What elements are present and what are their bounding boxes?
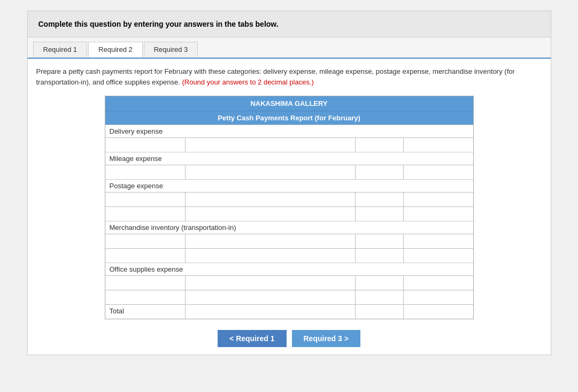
delivery-cell-c1 — [356, 138, 404, 152]
postage-input-b1[interactable] — [186, 193, 355, 206]
office-input-b2[interactable] — [186, 290, 355, 304]
mileage-input-d1[interactable] — [404, 165, 473, 179]
postage-input-c1[interactable] — [356, 193, 403, 206]
merchandise-cell-c2 — [356, 249, 404, 263]
merchandise-input-b1[interactable] — [186, 234, 355, 248]
postage-input-a2[interactable] — [105, 207, 185, 221]
office-input-a1[interactable] — [105, 276, 185, 290]
office-cell-d2 — [404, 290, 473, 304]
merchandise-cell-d1 — [404, 234, 473, 248]
delivery-input-d1[interactable] — [404, 138, 473, 152]
office-cell-c2 — [356, 290, 404, 304]
postage-cell-d1 — [404, 193, 473, 206]
bottom-nav: < Required 1 Required 3 > — [36, 330, 542, 347]
instruction-banner: Complete this question by entering your … — [27, 11, 551, 37]
mileage-input-b1[interactable] — [186, 165, 355, 179]
merchandise-cell-c1 — [356, 234, 404, 248]
tab-required2[interactable]: Required 2 — [88, 42, 143, 57]
merchandise-cell-a2 — [105, 249, 186, 263]
postage-input-b2[interactable] — [186, 207, 355, 221]
merchandise-cell-d2 — [404, 249, 473, 263]
report-company-name: NAKASHIMA GALLERY — [105, 96, 473, 111]
postage-cell-b1 — [186, 193, 356, 206]
mileage-cell-c1 — [356, 165, 404, 179]
mileage-cell-b1 — [186, 165, 356, 179]
postage-cell-d2 — [404, 207, 473, 221]
delivery-cell-a1 — [105, 138, 186, 152]
office-input-c1[interactable] — [356, 276, 403, 290]
tab-required3[interactable]: Required 3 — [144, 42, 198, 57]
total-value-cell — [356, 305, 404, 319]
office-cell-d1 — [404, 276, 473, 290]
next-button[interactable]: Required 3 > — [292, 330, 360, 347]
office-label: Office supplies expense — [105, 263, 473, 275]
mileage-cell-a1 — [105, 165, 186, 179]
postage-label: Postage expense — [105, 179, 473, 192]
postage-cell-c1 — [356, 193, 404, 206]
total-final-cell — [404, 305, 473, 319]
office-input-c2[interactable] — [356, 290, 403, 304]
postage-cell-a1 — [105, 193, 186, 206]
merchandise-input-c1[interactable] — [356, 234, 403, 248]
merchandise-cell-b2 — [186, 249, 356, 263]
delivery-cell-d1 — [404, 138, 473, 152]
report-title: Petty Cash Payments Report (for February… — [105, 111, 473, 125]
postage-input-d2[interactable] — [404, 207, 473, 221]
mileage-cell-d1 — [404, 165, 473, 179]
merchandise-input-d1[interactable] — [404, 234, 473, 248]
merchandise-input-a1[interactable] — [105, 234, 185, 248]
office-row-1 — [105, 275, 473, 290]
prev-button[interactable]: < Required 1 — [218, 330, 286, 347]
content-area: Prepare a petty cash payments report for… — [27, 58, 551, 355]
mileage-row-1 — [105, 165, 473, 179]
delivery-label: Delivery expense — [105, 125, 473, 137]
delivery-cell-b1 — [186, 138, 356, 152]
merchandise-row-2 — [105, 248, 473, 263]
tabs-row: Required 1 Required 2 Required 3 — [27, 37, 551, 58]
delivery-input-c1[interactable] — [356, 138, 403, 152]
office-row-2 — [105, 290, 473, 304]
office-cell-a2 — [105, 290, 186, 304]
office-cell-b2 — [186, 290, 356, 304]
page-wrapper: Complete this question by entering your … — [27, 11, 551, 355]
round-note: (Round your answers to 2 decimal places.… — [182, 78, 313, 86]
postage-input-a1[interactable] — [105, 193, 185, 206]
merchandise-input-d2[interactable] — [404, 249, 473, 263]
postage-input-c2[interactable] — [356, 207, 403, 221]
delivery-row-1 — [105, 137, 473, 152]
postage-row-1 — [105, 192, 473, 206]
office-input-d2[interactable] — [404, 290, 473, 304]
postage-input-d1[interactable] — [404, 193, 473, 206]
office-input-d1[interactable] — [404, 276, 473, 290]
merchandise-input-a2[interactable] — [105, 249, 185, 263]
mileage-input-a1[interactable] — [105, 165, 185, 179]
merchandise-input-b2[interactable] — [186, 249, 355, 263]
office-cell-a1 — [105, 276, 186, 290]
office-input-b1[interactable] — [186, 276, 355, 290]
merchandise-row-1 — [105, 234, 473, 248]
tab-required1[interactable]: Required 1 — [33, 42, 88, 57]
total-label: Total — [105, 305, 186, 319]
merchandise-label: Merchandise inventory (transportation-in… — [105, 221, 473, 234]
delivery-input-a1[interactable] — [105, 138, 185, 152]
postage-cell-a2 — [105, 207, 186, 221]
instruction-text: Complete this question by entering your … — [38, 20, 279, 28]
mileage-input-c1[interactable] — [356, 165, 403, 179]
merchandise-cell-b1 — [186, 234, 356, 248]
mileage-label: Mileage expense — [105, 152, 473, 165]
total-row: Total — [105, 304, 473, 319]
total-spacer — [186, 305, 356, 319]
postage-cell-b2 — [186, 207, 356, 221]
total-value-input[interactable] — [356, 305, 403, 319]
report-table: NAKASHIMA GALLERY Petty Cash Payments Re… — [105, 96, 474, 319]
office-input-a2[interactable] — [105, 290, 185, 304]
postage-row-2 — [105, 206, 473, 221]
office-cell-b1 — [186, 276, 356, 290]
merchandise-input-c2[interactable] — [356, 249, 403, 263]
postage-cell-c2 — [356, 207, 404, 221]
merchandise-cell-a1 — [105, 234, 186, 248]
delivery-input-b1[interactable] — [186, 138, 355, 152]
total-final-input[interactable] — [404, 305, 473, 319]
office-cell-c1 — [356, 276, 404, 290]
content-description: Prepare a petty cash payments report for… — [36, 66, 542, 87]
